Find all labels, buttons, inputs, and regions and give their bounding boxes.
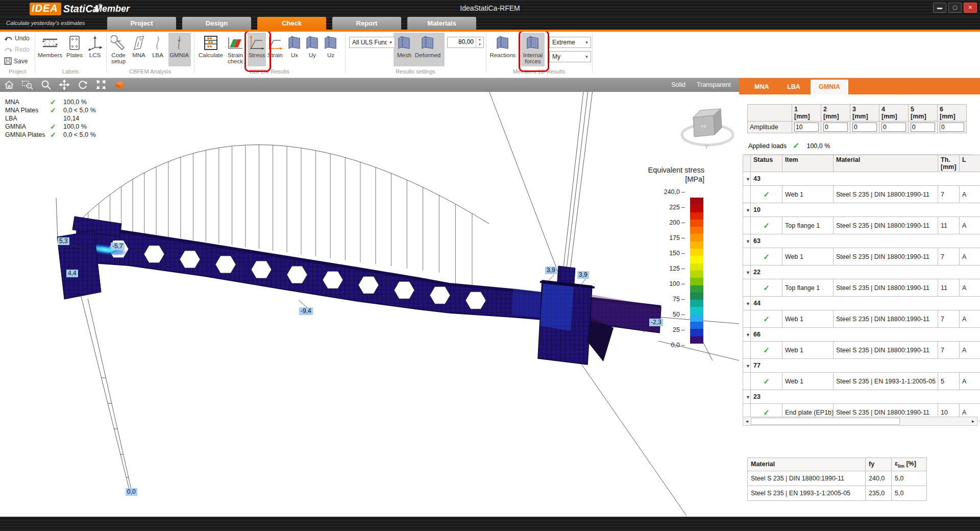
amplitude-input-5[interactable] [911,123,935,132]
tab-project[interactable]: Project [107,17,176,30]
scroll-left-icon[interactable]: ◄ [743,419,751,424]
code-setup-button[interactable]: Code setup [107,34,130,64]
member-group-row[interactable]: ▼22 [743,266,980,279]
status-label: MNA [5,99,50,106]
members-button[interactable]: Members [37,34,63,58]
component-combobox[interactable]: My ▼ [549,51,591,62]
scroll-right-icon[interactable]: ► [969,419,977,424]
plate-result-row[interactable]: ✓Web 1Steel S 235 | DIN 18800:1990-117A [743,342,980,359]
plate-result-row[interactable]: ✓Top flange 1Steel S 235 | DIN 18800:199… [743,217,980,234]
spinner-down-icon[interactable]: ▼ [476,42,483,47]
load-case-combobox[interactable]: All ULS Fund ▼ [349,37,395,48]
collapse-icon[interactable]: ▼ [746,364,750,369]
collapse-icon[interactable]: ▼ [746,239,750,244]
undo-button[interactable]: Undo [4,35,30,42]
tab-gmnia[interactable]: GMNIA [811,80,848,94]
member-group-row[interactable]: ▼43 [743,172,980,186]
home-view-icon[interactable] [0,78,18,91]
tab-report[interactable]: Report [332,17,401,30]
tab-materials[interactable]: Materials [407,17,476,30]
uy-button[interactable]: Uy [305,34,320,58]
deformed-button[interactable]: Deformed [414,34,442,58]
plate-result-row[interactable]: ✓Web 1Steel S 235 | EN 1993-1-1:2005-055… [743,373,980,390]
deformation-scale-spinner[interactable]: 80,00 ▲▼ [447,37,484,48]
member-group-row[interactable]: ▼44 [743,297,980,310]
navigation-cube[interactable]: +Y Y [679,106,736,151]
amplitude-input-4[interactable] [881,123,906,132]
redo-button[interactable]: Redo [4,46,30,53]
strain-button[interactable]: Strain [266,34,284,58]
collapse-icon[interactable]: ▼ [746,395,750,400]
window-controls: ▬ ▢ ✕ [933,3,977,13]
rotate-icon[interactable] [74,78,92,91]
collapse-icon[interactable]: ▼ [746,270,750,275]
member-group-row[interactable]: ▼23 [743,390,980,404]
code-setup-icon [111,34,126,52]
scale-value: 80,00 [448,37,476,47]
save-button[interactable]: Save [4,57,28,65]
brick-icon[interactable] [110,78,129,91]
plate-result-row[interactable]: ✓Web 1Steel S 235 | DIN 18800:1990-117A [743,248,980,266]
lcs-button[interactable]: LCS [86,34,104,58]
amplitude-input-3[interactable] [852,123,877,132]
applied-loads-value: 100,0 % [806,142,830,150]
collapse-icon[interactable]: ▼ [746,301,750,306]
reactions-button[interactable]: Reactions [488,34,517,58]
legend-tick: 150 [655,250,685,257]
collapse-icon[interactable]: ▼ [746,332,750,337]
scrollbar-thumb[interactable] [751,418,900,425]
material-row[interactable]: Steel S 235 | EN 1993-1-1:2005-05 235,0 … [748,486,927,500]
stress-button[interactable]: Stress [248,34,266,58]
status-value: 100,0 % [63,99,87,106]
zoom-icon[interactable] [37,78,55,91]
plate-result-row[interactable]: ✓Top flange 1Steel S 235 | DIN 18800:199… [743,279,980,297]
status-value: 0,0 < 5,0 % [63,131,96,138]
plate-result-row[interactable]: ✓Web 1Steel S 235 | DIN 18800:1990-117A [743,186,980,203]
mesh-button[interactable]: Mesh [395,34,414,58]
amplitude-input-6[interactable] [940,123,964,132]
gmnia-icon [174,34,184,52]
result-value-label: 4,4 [66,270,78,277]
tab-design[interactable]: Design [182,17,251,30]
zoom-window-icon[interactable] [18,78,37,91]
calculate-button[interactable]: Calculate [198,34,224,58]
material-row[interactable]: Steel S 235 | DIN 18800:1990-11 240,0 5,… [748,471,927,486]
tab-check[interactable]: Check [257,17,326,30]
fit-view-icon[interactable] [92,78,110,91]
ux-button[interactable]: Ux [287,34,302,58]
chevron-down-icon: ▼ [387,40,395,45]
uz-button[interactable]: Uz [323,34,338,58]
member-group-row[interactable]: ▼66 [743,328,980,342]
extreme-combobox[interactable]: Extreme ▼ [549,37,591,48]
gmnia-button[interactable]: GMNIA [168,34,190,58]
maximize-button[interactable]: ▢ [948,3,962,13]
view-toolbar: Solid Transparent [0,78,739,92]
collapse-icon[interactable]: ▼ [746,177,750,182]
spinner-up-icon[interactable]: ▲ [476,37,483,42]
plate-results-table: StatusItemMaterialTh.[mm]L ▼43 ✓Web 1Ste… [743,155,980,421]
model-viewport[interactable]: Solid Transparent MNA✓100,0 % MNA Plates… [0,78,743,517]
member-group-row[interactable]: ▼10 [743,203,980,217]
amplitude-input-2[interactable] [823,123,848,132]
check-icon: ✓ [793,141,799,151]
internal-forces-icon [526,34,540,52]
mna-button[interactable]: MNA [130,34,148,58]
close-button[interactable]: ✕ [964,3,977,13]
collapse-icon[interactable]: ▼ [746,208,750,213]
transparent-mode-button[interactable]: Transparent [697,81,731,88]
tab-lba[interactable]: LBA [779,80,808,94]
amplitude-input-1[interactable] [794,123,819,132]
tab-mna[interactable]: MNA [746,80,777,94]
ribbon: Undo Redo Save Members Plates LCS Code s… [0,32,980,78]
solid-mode-button[interactable]: Solid [671,81,685,88]
lba-button[interactable]: LBA [149,34,166,58]
internal-forces-button[interactable]: Internal forces [521,34,545,64]
member-group-row[interactable]: ▼63 [743,234,980,248]
plate-result-row[interactable]: ✓Web 1Steel S 235 | DIN 18800:1990-117A [743,310,980,328]
member-group-row[interactable]: ▼77 [743,359,980,373]
horizontal-scrollbar[interactable]: ◄ ► [743,417,977,426]
strain-check-button[interactable]: Strain check [224,34,247,64]
minimize-button[interactable]: ▬ [933,3,946,13]
pan-icon[interactable] [55,78,74,91]
plates-button[interactable]: Plates [64,34,85,58]
